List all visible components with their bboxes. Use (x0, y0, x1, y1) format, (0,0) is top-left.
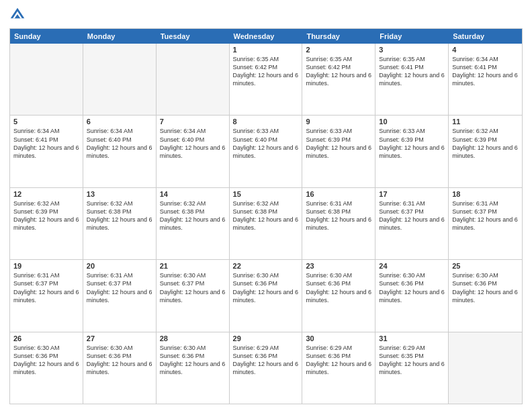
calendar-cell: 11Sunrise: 6:32 AM Sunset: 6:39 PM Dayli… (449, 116, 522, 187)
calendar-cell: 17Sunrise: 6:31 AM Sunset: 6:37 PM Dayli… (375, 188, 449, 259)
calendar-cell: 10Sunrise: 6:33 AM Sunset: 6:39 PM Dayli… (375, 116, 449, 187)
calendar-cell: 31Sunrise: 6:29 AM Sunset: 6:35 PM Dayli… (375, 332, 449, 404)
cell-info: Sunrise: 6:31 AM Sunset: 6:37 PM Dayligh… (13, 271, 79, 304)
calendar-row: 5Sunrise: 6:34 AM Sunset: 6:41 PM Daylig… (10, 116, 522, 187)
day-number: 27 (87, 334, 152, 342)
day-number: 28 (160, 334, 226, 342)
cell-info: Sunrise: 6:29 AM Sunset: 6:35 PM Dayligh… (379, 344, 445, 377)
day-number: 22 (233, 262, 299, 270)
day-number: 13 (87, 190, 152, 198)
calendar-cell: 3Sunrise: 6:35 AM Sunset: 6:41 PM Daylig… (375, 44, 449, 115)
cell-info: Sunrise: 6:30 AM Sunset: 6:37 PM Dayligh… (160, 271, 226, 304)
day-number: 26 (13, 334, 79, 342)
day-number: 31 (379, 334, 445, 342)
cell-info: Sunrise: 6:30 AM Sunset: 6:36 PM Dayligh… (452, 271, 519, 304)
cell-info: Sunrise: 6:31 AM Sunset: 6:37 PM Dayligh… (452, 199, 519, 232)
day-number: 30 (306, 334, 371, 342)
calendar-cell: 12Sunrise: 6:32 AM Sunset: 6:39 PM Dayli… (10, 188, 83, 259)
cell-info: Sunrise: 6:35 AM Sunset: 6:42 PM Dayligh… (306, 55, 371, 88)
calendar-cell: 28Sunrise: 6:30 AM Sunset: 6:36 PM Dayli… (157, 332, 230, 404)
weekday-header: Tuesday (157, 29, 230, 44)
day-number: 3 (379, 46, 445, 54)
calendar-row: 1Sunrise: 6:35 AM Sunset: 6:42 PM Daylig… (10, 44, 522, 116)
calendar-cell: 6Sunrise: 6:34 AM Sunset: 6:40 PM Daylig… (83, 116, 157, 187)
calendar-header: SundayMondayTuesdayWednesdayThursdayFrid… (10, 29, 522, 44)
cell-info: Sunrise: 6:33 AM Sunset: 6:39 PM Dayligh… (379, 127, 445, 160)
day-number: 6 (87, 118, 152, 126)
cell-info: Sunrise: 6:30 AM Sunset: 6:36 PM Dayligh… (13, 344, 79, 377)
day-number: 7 (160, 118, 226, 126)
calendar-row: 26Sunrise: 6:30 AM Sunset: 6:36 PM Dayli… (10, 332, 522, 404)
day-number: 2 (306, 46, 371, 54)
calendar-cell: 29Sunrise: 6:29 AM Sunset: 6:36 PM Dayli… (230, 332, 303, 404)
cell-info: Sunrise: 6:32 AM Sunset: 6:38 PM Dayligh… (87, 199, 152, 232)
cell-info: Sunrise: 6:30 AM Sunset: 6:36 PM Dayligh… (306, 271, 371, 304)
cell-info: Sunrise: 6:32 AM Sunset: 6:39 PM Dayligh… (13, 199, 79, 232)
cell-info: Sunrise: 6:33 AM Sunset: 6:39 PM Dayligh… (306, 127, 371, 160)
calendar-cell: 7Sunrise: 6:34 AM Sunset: 6:40 PM Daylig… (157, 116, 230, 187)
weekday-header: Wednesday (230, 29, 303, 44)
weekday-header: Sunday (10, 29, 83, 44)
cell-info: Sunrise: 6:34 AM Sunset: 6:40 PM Dayligh… (160, 127, 226, 160)
calendar-cell: 30Sunrise: 6:29 AM Sunset: 6:36 PM Dayli… (302, 332, 375, 404)
calendar-cell: 20Sunrise: 6:31 AM Sunset: 6:37 PM Dayli… (83, 260, 157, 331)
weekday-header: Thursday (302, 29, 375, 44)
calendar-cell: 13Sunrise: 6:32 AM Sunset: 6:38 PM Dayli… (83, 188, 157, 259)
calendar-cell: 1Sunrise: 6:35 AM Sunset: 6:42 PM Daylig… (230, 44, 303, 115)
day-number: 12 (13, 190, 79, 198)
calendar-row: 19Sunrise: 6:31 AM Sunset: 6:37 PM Dayli… (10, 260, 522, 332)
day-number: 15 (233, 190, 299, 198)
cell-info: Sunrise: 6:33 AM Sunset: 6:40 PM Dayligh… (233, 127, 299, 160)
day-number: 8 (233, 118, 299, 126)
day-number: 19 (13, 262, 79, 270)
calendar-cell: 2Sunrise: 6:35 AM Sunset: 6:42 PM Daylig… (302, 44, 375, 115)
day-number: 23 (306, 262, 371, 270)
weekday-header: Saturday (449, 29, 522, 44)
cell-info: Sunrise: 6:35 AM Sunset: 6:42 PM Dayligh… (233, 55, 299, 88)
day-number: 25 (452, 262, 519, 270)
day-number: 9 (306, 118, 371, 126)
cell-info: Sunrise: 6:31 AM Sunset: 6:38 PM Dayligh… (306, 199, 371, 232)
logo (9, 7, 28, 23)
calendar: SundayMondayTuesdayWednesdayThursdayFrid… (9, 28, 523, 404)
day-number: 20 (87, 262, 152, 270)
cell-info: Sunrise: 6:30 AM Sunset: 6:36 PM Dayligh… (233, 271, 299, 304)
logo-icon (9, 7, 26, 23)
day-number: 1 (233, 46, 299, 54)
calendar-cell: 21Sunrise: 6:30 AM Sunset: 6:37 PM Dayli… (157, 260, 230, 331)
cell-info: Sunrise: 6:30 AM Sunset: 6:36 PM Dayligh… (160, 344, 226, 377)
cell-info: Sunrise: 6:31 AM Sunset: 6:37 PM Dayligh… (87, 271, 152, 304)
day-number: 10 (379, 118, 445, 126)
cell-info: Sunrise: 6:32 AM Sunset: 6:38 PM Dayligh… (160, 199, 226, 232)
cell-info: Sunrise: 6:31 AM Sunset: 6:37 PM Dayligh… (379, 199, 445, 232)
page-header (9, 7, 523, 23)
cell-info: Sunrise: 6:29 AM Sunset: 6:36 PM Dayligh… (233, 344, 299, 377)
day-number: 4 (452, 46, 519, 54)
calendar-cell (449, 332, 522, 404)
calendar-cell: 23Sunrise: 6:30 AM Sunset: 6:36 PM Dayli… (302, 260, 375, 331)
day-number: 18 (452, 190, 519, 198)
calendar-cell: 26Sunrise: 6:30 AM Sunset: 6:36 PM Dayli… (10, 332, 83, 404)
day-number: 14 (160, 190, 226, 198)
calendar-cell: 24Sunrise: 6:30 AM Sunset: 6:36 PM Dayli… (375, 260, 449, 331)
calendar-body: 1Sunrise: 6:35 AM Sunset: 6:42 PM Daylig… (10, 44, 522, 404)
day-number: 17 (379, 190, 445, 198)
calendar-cell: 25Sunrise: 6:30 AM Sunset: 6:36 PM Dayli… (449, 260, 522, 331)
weekday-header: Friday (375, 29, 449, 44)
calendar-cell: 18Sunrise: 6:31 AM Sunset: 6:37 PM Dayli… (449, 188, 522, 259)
day-number: 16 (306, 190, 371, 198)
cell-info: Sunrise: 6:29 AM Sunset: 6:36 PM Dayligh… (306, 344, 371, 377)
calendar-cell: 15Sunrise: 6:32 AM Sunset: 6:38 PM Dayli… (230, 188, 303, 259)
calendar-cell (10, 44, 83, 115)
calendar-cell (157, 44, 230, 115)
calendar-cell (83, 44, 157, 115)
cell-info: Sunrise: 6:30 AM Sunset: 6:36 PM Dayligh… (379, 271, 445, 304)
cell-info: Sunrise: 6:35 AM Sunset: 6:41 PM Dayligh… (379, 55, 445, 88)
cell-info: Sunrise: 6:30 AM Sunset: 6:36 PM Dayligh… (87, 344, 152, 377)
weekday-header: Monday (83, 29, 157, 44)
day-number: 29 (233, 334, 299, 342)
calendar-cell: 5Sunrise: 6:34 AM Sunset: 6:41 PM Daylig… (10, 116, 83, 187)
cell-info: Sunrise: 6:32 AM Sunset: 6:38 PM Dayligh… (233, 199, 299, 232)
calendar-row: 12Sunrise: 6:32 AM Sunset: 6:39 PM Dayli… (10, 188, 522, 260)
calendar-cell: 19Sunrise: 6:31 AM Sunset: 6:37 PM Dayli… (10, 260, 83, 331)
